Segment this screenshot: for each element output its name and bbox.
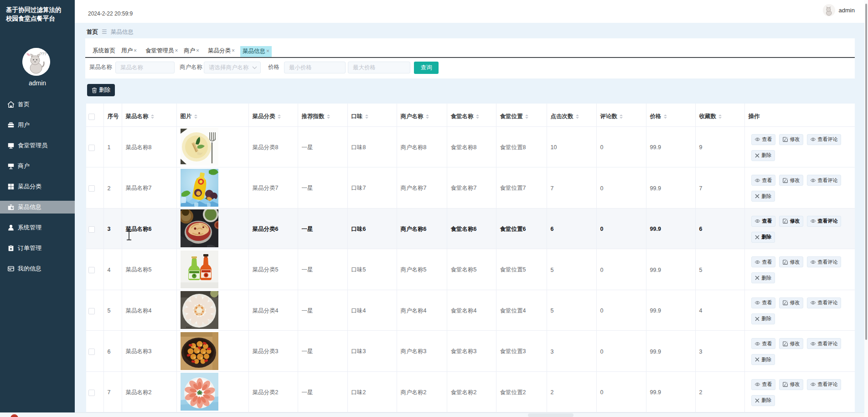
svg-text:???: ???	[40, 52, 46, 56]
